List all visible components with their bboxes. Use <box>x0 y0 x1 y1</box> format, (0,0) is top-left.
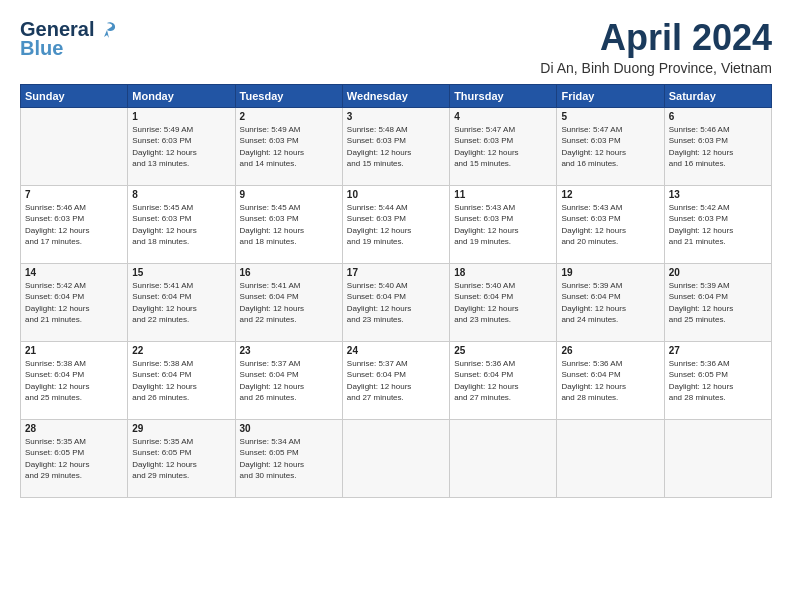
calendar-cell: 19Sunrise: 5:39 AMSunset: 6:04 PMDayligh… <box>557 263 664 341</box>
calendar-cell: 4Sunrise: 5:47 AMSunset: 6:03 PMDaylight… <box>450 107 557 185</box>
day-number: 8 <box>132 189 230 200</box>
day-info: Sunrise: 5:36 AMSunset: 6:04 PMDaylight:… <box>561 358 659 404</box>
day-info: Sunrise: 5:49 AMSunset: 6:03 PMDaylight:… <box>132 124 230 170</box>
day-info: Sunrise: 5:35 AMSunset: 6:05 PMDaylight:… <box>132 436 230 482</box>
day-info: Sunrise: 5:35 AMSunset: 6:05 PMDaylight:… <box>25 436 123 482</box>
day-number: 28 <box>25 423 123 434</box>
day-number: 14 <box>25 267 123 278</box>
header-saturday: Saturday <box>664 84 771 107</box>
day-number: 4 <box>454 111 552 122</box>
day-info: Sunrise: 5:49 AMSunset: 6:03 PMDaylight:… <box>240 124 338 170</box>
calendar-cell: 3Sunrise: 5:48 AMSunset: 6:03 PMDaylight… <box>342 107 449 185</box>
calendar-cell: 13Sunrise: 5:42 AMSunset: 6:03 PMDayligh… <box>664 185 771 263</box>
calendar-cell: 5Sunrise: 5:47 AMSunset: 6:03 PMDaylight… <box>557 107 664 185</box>
calendar-cell: 12Sunrise: 5:43 AMSunset: 6:03 PMDayligh… <box>557 185 664 263</box>
day-number: 17 <box>347 267 445 278</box>
day-info: Sunrise: 5:42 AMSunset: 6:04 PMDaylight:… <box>25 280 123 326</box>
calendar-cell: 14Sunrise: 5:42 AMSunset: 6:04 PMDayligh… <box>21 263 128 341</box>
day-number: 20 <box>669 267 767 278</box>
day-number: 18 <box>454 267 552 278</box>
calendar-cell: 30Sunrise: 5:34 AMSunset: 6:05 PMDayligh… <box>235 419 342 497</box>
weekday-row: Sunday Monday Tuesday Wednesday Thursday… <box>21 84 772 107</box>
calendar-cell: 16Sunrise: 5:41 AMSunset: 6:04 PMDayligh… <box>235 263 342 341</box>
calendar-cell <box>450 419 557 497</box>
day-number: 1 <box>132 111 230 122</box>
logo: General Blue <box>20 18 118 57</box>
calendar-header: Sunday Monday Tuesday Wednesday Thursday… <box>21 84 772 107</box>
day-info: Sunrise: 5:40 AMSunset: 6:04 PMDaylight:… <box>454 280 552 326</box>
calendar-cell: 23Sunrise: 5:37 AMSunset: 6:04 PMDayligh… <box>235 341 342 419</box>
day-number: 27 <box>669 345 767 356</box>
day-number: 13 <box>669 189 767 200</box>
day-info: Sunrise: 5:36 AMSunset: 6:04 PMDaylight:… <box>454 358 552 404</box>
day-number: 25 <box>454 345 552 356</box>
calendar-cell: 6Sunrise: 5:46 AMSunset: 6:03 PMDaylight… <box>664 107 771 185</box>
calendar-cell: 10Sunrise: 5:44 AMSunset: 6:03 PMDayligh… <box>342 185 449 263</box>
calendar-cell: 9Sunrise: 5:45 AMSunset: 6:03 PMDaylight… <box>235 185 342 263</box>
calendar-cell: 22Sunrise: 5:38 AMSunset: 6:04 PMDayligh… <box>128 341 235 419</box>
day-info: Sunrise: 5:43 AMSunset: 6:03 PMDaylight:… <box>454 202 552 248</box>
day-number: 2 <box>240 111 338 122</box>
calendar-cell: 15Sunrise: 5:41 AMSunset: 6:04 PMDayligh… <box>128 263 235 341</box>
day-info: Sunrise: 5:38 AMSunset: 6:04 PMDaylight:… <box>25 358 123 404</box>
calendar-subtitle: Di An, Binh Duong Province, Vietnam <box>540 60 772 76</box>
day-number: 21 <box>25 345 123 356</box>
calendar-cell: 24Sunrise: 5:37 AMSunset: 6:04 PMDayligh… <box>342 341 449 419</box>
day-info: Sunrise: 5:38 AMSunset: 6:04 PMDaylight:… <box>132 358 230 404</box>
day-info: Sunrise: 5:47 AMSunset: 6:03 PMDaylight:… <box>561 124 659 170</box>
day-info: Sunrise: 5:44 AMSunset: 6:03 PMDaylight:… <box>347 202 445 248</box>
calendar-cell <box>21 107 128 185</box>
calendar-cell: 17Sunrise: 5:40 AMSunset: 6:04 PMDayligh… <box>342 263 449 341</box>
day-info: Sunrise: 5:34 AMSunset: 6:05 PMDaylight:… <box>240 436 338 482</box>
logo-blue: Blue <box>20 39 118 57</box>
day-info: Sunrise: 5:46 AMSunset: 6:03 PMDaylight:… <box>669 124 767 170</box>
day-number: 10 <box>347 189 445 200</box>
calendar-week-2: 7Sunrise: 5:46 AMSunset: 6:03 PMDaylight… <box>21 185 772 263</box>
day-number: 11 <box>454 189 552 200</box>
day-number: 24 <box>347 345 445 356</box>
calendar-cell: 25Sunrise: 5:36 AMSunset: 6:04 PMDayligh… <box>450 341 557 419</box>
header-wednesday: Wednesday <box>342 84 449 107</box>
header-sunday: Sunday <box>21 84 128 107</box>
day-info: Sunrise: 5:37 AMSunset: 6:04 PMDaylight:… <box>347 358 445 404</box>
day-info: Sunrise: 5:40 AMSunset: 6:04 PMDaylight:… <box>347 280 445 326</box>
calendar-cell: 1Sunrise: 5:49 AMSunset: 6:03 PMDaylight… <box>128 107 235 185</box>
day-info: Sunrise: 5:39 AMSunset: 6:04 PMDaylight:… <box>669 280 767 326</box>
header-tuesday: Tuesday <box>235 84 342 107</box>
day-number: 5 <box>561 111 659 122</box>
calendar-cell: 20Sunrise: 5:39 AMSunset: 6:04 PMDayligh… <box>664 263 771 341</box>
calendar-cell: 26Sunrise: 5:36 AMSunset: 6:04 PMDayligh… <box>557 341 664 419</box>
day-number: 26 <box>561 345 659 356</box>
day-number: 9 <box>240 189 338 200</box>
calendar-week-4: 21Sunrise: 5:38 AMSunset: 6:04 PMDayligh… <box>21 341 772 419</box>
day-info: Sunrise: 5:46 AMSunset: 6:03 PMDaylight:… <box>25 202 123 248</box>
calendar-week-3: 14Sunrise: 5:42 AMSunset: 6:04 PMDayligh… <box>21 263 772 341</box>
day-number: 29 <box>132 423 230 434</box>
day-info: Sunrise: 5:45 AMSunset: 6:03 PMDaylight:… <box>132 202 230 248</box>
day-number: 12 <box>561 189 659 200</box>
day-number: 16 <box>240 267 338 278</box>
calendar-cell <box>342 419 449 497</box>
calendar-cell: 29Sunrise: 5:35 AMSunset: 6:05 PMDayligh… <box>128 419 235 497</box>
day-number: 7 <box>25 189 123 200</box>
day-number: 30 <box>240 423 338 434</box>
day-info: Sunrise: 5:43 AMSunset: 6:03 PMDaylight:… <box>561 202 659 248</box>
calendar-cell <box>664 419 771 497</box>
day-info: Sunrise: 5:39 AMSunset: 6:04 PMDaylight:… <box>561 280 659 326</box>
calendar-cell <box>557 419 664 497</box>
day-info: Sunrise: 5:41 AMSunset: 6:04 PMDaylight:… <box>132 280 230 326</box>
calendar-cell: 8Sunrise: 5:45 AMSunset: 6:03 PMDaylight… <box>128 185 235 263</box>
calendar-cell: 2Sunrise: 5:49 AMSunset: 6:03 PMDaylight… <box>235 107 342 185</box>
day-number: 22 <box>132 345 230 356</box>
day-info: Sunrise: 5:48 AMSunset: 6:03 PMDaylight:… <box>347 124 445 170</box>
day-info: Sunrise: 5:37 AMSunset: 6:04 PMDaylight:… <box>240 358 338 404</box>
calendar-cell: 11Sunrise: 5:43 AMSunset: 6:03 PMDayligh… <box>450 185 557 263</box>
day-number: 6 <box>669 111 767 122</box>
header-monday: Monday <box>128 84 235 107</box>
day-info: Sunrise: 5:45 AMSunset: 6:03 PMDaylight:… <box>240 202 338 248</box>
day-info: Sunrise: 5:42 AMSunset: 6:03 PMDaylight:… <box>669 202 767 248</box>
calendar-week-5: 28Sunrise: 5:35 AMSunset: 6:05 PMDayligh… <box>21 419 772 497</box>
day-info: Sunrise: 5:47 AMSunset: 6:03 PMDaylight:… <box>454 124 552 170</box>
calendar-cell: 7Sunrise: 5:46 AMSunset: 6:03 PMDaylight… <box>21 185 128 263</box>
day-number: 23 <box>240 345 338 356</box>
